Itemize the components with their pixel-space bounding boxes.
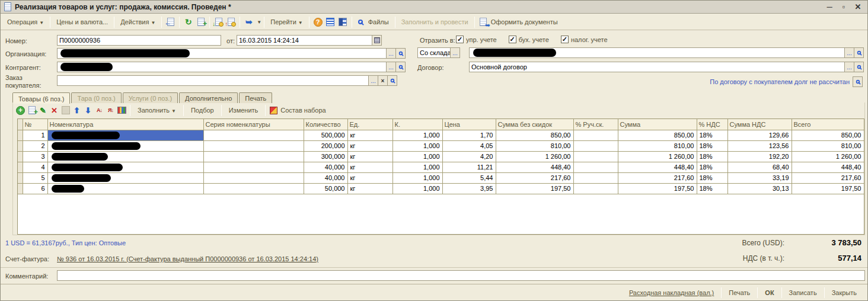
table-cell[interactable]: 810,00 [792, 140, 864, 151]
table-cell[interactable] [203, 162, 304, 172]
order-input[interactable] [57, 75, 369, 86]
print-button[interactable]: Печать [723, 287, 756, 298]
organization-select-button[interactable]: ... [386, 48, 396, 59]
table-cell[interactable]: 197,50 [792, 183, 864, 194]
table-cell[interactable] [573, 172, 618, 183]
table-cell[interactable]: 192,20 [727, 151, 792, 162]
table-row[interactable]: 3300,000кг1,0004,201 260,001 260,0018%19… [18, 151, 864, 162]
save-button[interactable]: Записать [783, 287, 823, 298]
warehouse-select-button[interactable]: ... [844, 47, 854, 58]
ok-button[interactable]: ОК [759, 287, 780, 298]
list-settings-icon[interactable] [326, 17, 336, 27]
table-cell[interactable]: 6 [23, 183, 47, 194]
move-up-icon[interactable]: ⬆ [72, 105, 82, 115]
currency-rate-link[interactable]: 1 USD = 61,3167руб., Тип цен: Оптовые [5, 239, 126, 246]
files-search-icon[interactable] [356, 17, 366, 27]
subordination-dropdown-caret[interactable]: ▼ [257, 20, 261, 25]
column-header[interactable]: № [23, 119, 47, 130]
invoice-link[interactable]: № 936 от 16.03.2015 г. (Счет-фактура выд… [57, 255, 318, 262]
table-cell[interactable]: кг [347, 151, 392, 162]
debt-status-link[interactable]: По договору с покупателем долг не рассчи… [710, 78, 850, 85]
table-cell[interactable]: 2 [23, 140, 47, 151]
table-cell[interactable]: 1,000 [392, 183, 442, 194]
table-cell[interactable] [47, 151, 203, 162]
contract-input[interactable]: Основной договор [469, 62, 845, 72]
column-header[interactable]: Количество [304, 119, 347, 130]
reread-icon[interactable]: ← [165, 17, 175, 27]
sort-desc-icon[interactable]: Я↓ [106, 105, 116, 115]
table-cell[interactable] [203, 183, 304, 194]
column-header[interactable]: Сумма без скидок [496, 119, 573, 130]
table-cell[interactable] [47, 162, 203, 172]
close-form-button[interactable]: Закрыть [826, 287, 863, 298]
checkbox-icon[interactable]: ✓ [456, 36, 464, 43]
table-cell[interactable]: 50,000 [304, 183, 347, 194]
order-select-button[interactable]: ... [368, 75, 378, 86]
table-cell[interactable]: 1,000 [392, 172, 442, 183]
table-cell[interactable]: 18% [697, 140, 727, 151]
table-cell[interactable]: 4,05 [442, 140, 496, 151]
table-cell[interactable] [203, 140, 304, 151]
table-cell[interactable]: 1,000 [392, 130, 442, 140]
table-row[interactable]: 650,000кг1,0003,95197,50197,5018%30,1319… [18, 183, 864, 194]
contract-open-button[interactable] [854, 62, 864, 72]
table-cell[interactable]: 18% [697, 130, 727, 140]
add-row-icon[interactable]: + [15, 105, 25, 115]
expense-invoice-link[interactable]: Расходная накладная (вал.) [623, 287, 720, 298]
table-cell[interactable]: 68,40 [727, 162, 792, 172]
table-cell[interactable]: кг [347, 183, 392, 194]
column-header[interactable]: Сумма [618, 119, 697, 130]
table-cell[interactable]: 217,60 [496, 172, 573, 183]
table-cell[interactable]: 1,000 [392, 162, 442, 172]
warehouse-mode-button[interactable]: ... [450, 47, 460, 58]
unpost-document-icon[interactable]: ↑ [226, 17, 236, 27]
table-cell[interactable]: 4 [23, 162, 47, 172]
column-header[interactable]: К. [392, 119, 442, 130]
issue-documents-icon[interactable]: ➥ [478, 17, 489, 27]
table-cell[interactable] [573, 151, 618, 162]
tab-тара[interactable]: Тара (0 поз.) [71, 92, 121, 103]
table-cell[interactable]: 197,50 [496, 183, 573, 194]
table-row[interactable]: 2200,000кг1,0004,05810,00810,0018%123,56… [18, 140, 864, 151]
table-cell[interactable]: кг [347, 172, 392, 183]
table-cell[interactable]: 217,60 [618, 172, 697, 183]
table-cell[interactable]: 1,000 [392, 151, 442, 162]
warehouse-mode-selector[interactable]: Со склада [417, 47, 451, 58]
table-cell[interactable]: 810,00 [496, 140, 573, 151]
column-header[interactable]: Номенклатура [47, 119, 203, 130]
number-input[interactable]: П0000000936 [57, 35, 221, 46]
table-cell[interactable]: 1 260,00 [618, 151, 697, 162]
form-settings-icon[interactable] [338, 17, 348, 27]
table-cell[interactable]: 129,66 [727, 130, 792, 140]
table-cell[interactable]: 40,000 [304, 162, 347, 172]
table-cell[interactable]: 1,000 [392, 140, 442, 151]
set-contents-button[interactable]: Состав набора [279, 105, 330, 116]
table-cell[interactable]: кг [347, 162, 392, 172]
column-header[interactable]: % НДС [697, 119, 727, 130]
reflect-checkbox[interactable]: ✓налог. учете [561, 36, 608, 43]
table-cell[interactable]: 3,95 [442, 183, 496, 194]
refresh-icon[interactable]: ↻ [183, 17, 193, 27]
column-header[interactable]: % Руч.ск. [573, 119, 618, 130]
fill-menu[interactable]: Заполнить▼ [133, 105, 181, 116]
files-button[interactable]: Файлы [367, 17, 392, 27]
table-cell[interactable]: 850,00 [792, 130, 864, 140]
table-cell[interactable]: 500,000 [304, 130, 347, 140]
table-cell[interactable]: 3 [23, 151, 47, 162]
change-button[interactable]: Изменить [224, 105, 263, 116]
column-header[interactable]: Сумма НДС [727, 119, 792, 130]
operation-menu[interactable]: Операция▼ [4, 17, 47, 27]
table-cell[interactable] [573, 183, 618, 194]
table-cell[interactable]: 18% [697, 162, 727, 172]
comment-input[interactable] [57, 270, 865, 281]
column-header[interactable]: Всего [792, 119, 864, 130]
table-cell[interactable]: 40,000 [304, 172, 347, 183]
pick-button[interactable]: Подбор [186, 105, 219, 116]
order-open-button[interactable] [387, 75, 397, 86]
warehouse-open-button[interactable] [854, 47, 864, 58]
table-cell[interactable] [203, 130, 304, 140]
table-cell[interactable]: 448,40 [792, 162, 864, 172]
table-cell[interactable]: 1,70 [442, 130, 496, 140]
tab-дополнительно[interactable]: Дополнительно [179, 92, 238, 103]
table-cell[interactable]: 123,56 [727, 140, 792, 151]
